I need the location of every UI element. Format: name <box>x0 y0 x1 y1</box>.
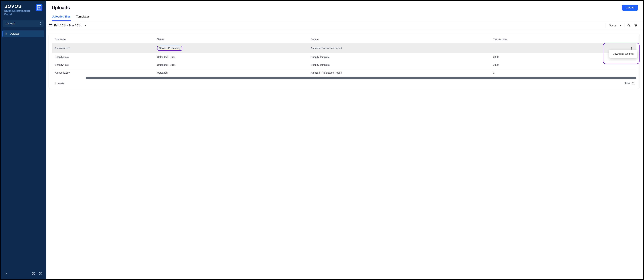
filter-button[interactable] <box>633 23 640 28</box>
sidebar-footer <box>0 269 46 280</box>
cell-file: Shopify4.csv <box>52 53 154 61</box>
main-header: Uploads Upload <box>46 0 644 11</box>
toolbar-right: Status <box>606 23 640 28</box>
cell-status: Saved - Processing <box>157 46 182 51</box>
col-status[interactable]: Status <box>154 35 308 43</box>
svg-rect-7 <box>51 24 51 25</box>
logo-block: SOVOS Batch Determination Portal <box>4 4 34 16</box>
tabs: Uploaded files Templates <box>46 11 644 21</box>
org-selector-label: UX Test <box>6 22 14 25</box>
help-button[interactable] <box>38 271 44 277</box>
svg-rect-5 <box>49 24 52 25</box>
cell-tx: 2850 <box>490 53 588 61</box>
cell-status: Uploaded - Error <box>154 53 308 61</box>
row-menu-download-original[interactable]: Download Original <box>609 50 638 58</box>
brand-icon-letter: S <box>37 5 41 10</box>
table-row[interactable]: Amazon2.csv Uploaded Amazon: Transaction… <box>52 69 636 77</box>
toolbar: Feb 2024 - Mar 2024 Status <box>46 21 644 30</box>
main: Uploads Upload Uploaded files Templates … <box>46 0 644 280</box>
date-range-picker[interactable]: Feb 2024 - Mar 2024 <box>48 24 86 27</box>
status-filter-label: Status <box>609 24 616 27</box>
horizontal-scrollbar[interactable] <box>86 77 636 79</box>
chevron-down-icon <box>85 25 86 26</box>
show-label: show <box>624 82 630 85</box>
upload-icon <box>4 32 8 35</box>
status-filter[interactable]: Status <box>606 23 624 28</box>
uploads-table: File Name Status Source Transactions Ama… <box>52 35 636 77</box>
svg-point-3 <box>40 274 41 275</box>
cell-source: Shopify Template <box>308 53 490 61</box>
chevron-updown-icon: ⌃⌄ <box>40 22 41 25</box>
account-button[interactable] <box>30 271 36 277</box>
cell-tx: 2850 <box>490 61 588 69</box>
chevron-down-icon <box>620 25 622 26</box>
brand-name: SOVOS <box>4 4 34 9</box>
upload-button[interactable]: Upload <box>622 4 638 11</box>
cell-file: Amazon2.csv <box>52 69 154 77</box>
cell-tx: 3 <box>490 69 588 77</box>
collapse-sidebar-button[interactable] <box>3 271 9 277</box>
tab-templates[interactable]: Templates <box>76 15 90 21</box>
page-size-control[interactable]: show 20 <box>624 82 634 85</box>
cell-file: Amazon2.csv <box>52 43 154 53</box>
col-source[interactable]: Source <box>308 35 490 43</box>
table-row[interactable]: Shopify4.csv Uploaded - Error Shopify Te… <box>52 53 636 61</box>
brand-subtitle: Batch Determination Portal <box>4 9 34 16</box>
sidebar-item-uploads[interactable]: Uploads <box>2 30 44 37</box>
sidebar-item-label: Uploads <box>10 32 20 35</box>
sidebar-header: SOVOS Batch Determination Portal S <box>0 0 46 18</box>
table-row[interactable]: Amazon2.csv Saved - Processing Amazon: T… <box>52 43 636 53</box>
cell-tx <box>490 43 588 53</box>
col-transactions[interactable]: Transactions <box>490 35 588 43</box>
page-title: Uploads <box>52 5 70 10</box>
brand-icon[interactable]: S <box>36 4 42 11</box>
search-button[interactable] <box>624 23 633 28</box>
table-row[interactable]: Shopify4.csv Uploaded - Error Shopify Te… <box>52 61 636 69</box>
tab-uploaded-files[interactable]: Uploaded files <box>52 15 70 21</box>
cell-status: Uploaded <box>154 69 308 77</box>
show-value[interactable]: 20 <box>631 82 634 85</box>
date-range-text: Feb 2024 - Mar 2024 <box>54 24 81 27</box>
sidebar: SOVOS Batch Determination Portal S UX Te… <box>0 0 46 280</box>
cell-source: Amazon: Transaction Report <box>308 69 490 77</box>
cell-source: Amazon: Transaction Report <box>308 43 490 53</box>
cell-file: Shopify4.csv <box>52 61 154 69</box>
calendar-icon <box>48 24 52 27</box>
scroll-thumb[interactable] <box>86 77 636 79</box>
results-count: 4 results <box>55 82 64 85</box>
cell-status: Uploaded - Error <box>154 61 308 69</box>
col-actions <box>588 35 636 43</box>
cell-source: Shopify Template <box>308 61 490 69</box>
table-footer: 4 results show 20 <box>52 81 636 85</box>
col-file-name[interactable]: File Name <box>52 35 154 43</box>
svg-rect-6 <box>50 24 50 25</box>
svg-point-1 <box>33 273 34 274</box>
uploads-table-card: File Name Status Source Transactions Ama… <box>48 34 640 89</box>
org-selector[interactable]: UX Test ⌃⌄ <box>3 20 44 27</box>
